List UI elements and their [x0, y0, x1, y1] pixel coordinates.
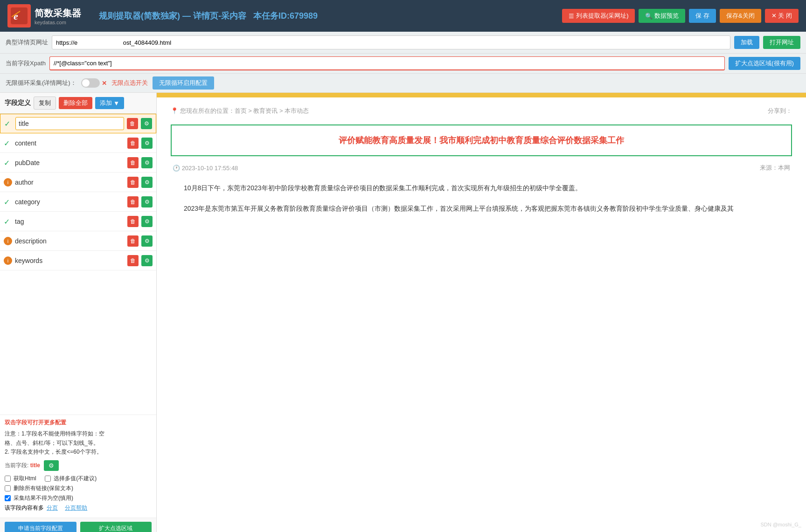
field-item-title[interactable]: ✓ 🗑 ⚙ — [0, 114, 156, 133]
header-title: 规则提取器(简数独家) — 详情页-采内容 本任务ID:679989 — [99, 10, 555, 21]
check-icon-tag: ✓ — [4, 217, 12, 226]
expand-region-button2[interactable]: 扩大点选区域 — [80, 522, 152, 532]
config-field-title-button[interactable]: ⚙ — [141, 118, 152, 129]
loop-label: 无限循环采集(详情网址)： — [6, 79, 76, 87]
share-area: 分享到： — [768, 107, 792, 115]
delete-field-title-button[interactable]: 🗑 — [127, 118, 138, 129]
field-item-category[interactable]: ✓ category 🗑 ⚙ — [0, 192, 156, 212]
expand-region-button[interactable]: 扩大点选区域(很有用) — [729, 57, 800, 70]
info-icon-keywords: i — [4, 256, 12, 265]
field-gear-button[interactable]: ⚙ — [44, 460, 59, 471]
config-field-pubdate-button[interactable]: ⚙ — [141, 157, 153, 168]
copy-button[interactable]: 复制 — [34, 97, 56, 110]
field-name-author: author — [15, 179, 125, 186]
task-id: 本任务ID:679989 — [253, 11, 318, 21]
infinite-select-text[interactable]: 无限点选开关 — [111, 79, 148, 87]
field-item-keywords[interactable]: i keywords 🗑 ⚙ — [0, 251, 156, 270]
checkbox-not-empty-row: 采集结果不得为空(慎用) — [5, 494, 152, 502]
bottom-actions: 申请当前字段配置 扩大点选区域 — [0, 518, 156, 532]
multi-value-checkbox[interactable] — [45, 476, 51, 482]
loop-config-button[interactable]: 无限循环启用配置 — [153, 76, 214, 90]
delete-field-pubdate-button[interactable]: 🗑 — [127, 157, 139, 168]
delete-field-description-button[interactable]: 🗑 — [127, 235, 139, 247]
toggle-x-icon[interactable]: ✕ — [102, 80, 107, 87]
preview-yellow-bar — [157, 93, 806, 97]
delete-field-tag-button[interactable]: 🗑 — [127, 216, 139, 227]
field-name-input-title[interactable] — [15, 117, 124, 130]
watermark: SDN @moshi_G_ — [760, 522, 801, 527]
add-field-button[interactable]: 添加 ▼ — [95, 97, 124, 109]
config-field-tag-button[interactable]: ⚙ — [141, 216, 153, 227]
toggle-knob — [82, 79, 90, 87]
article-date: 🕐 2023-10-10 17:55:48 — [173, 165, 238, 172]
multi-value-label[interactable]: 选择多值(不建议) — [54, 475, 97, 483]
right-panel: 📍 您现在所在的位置：首页 > 教育资讯 > 本市动态 分享到： 评价赋能教育高… — [157, 93, 806, 532]
check-icon: ✓ — [4, 119, 13, 128]
save-close-button[interactable]: 保存&关闭 — [720, 9, 761, 23]
xpath-input[interactable] — [49, 56, 725, 70]
data-preview-button[interactable]: 🔍 数据预览 — [639, 9, 685, 23]
field-name-keywords: keywords — [15, 257, 125, 264]
delete-field-keywords-button[interactable]: 🗑 — [127, 255, 139, 266]
info-icon-author: i — [4, 178, 12, 187]
get-html-label[interactable]: 获取Html — [14, 475, 36, 483]
delete-field-author-button[interactable]: 🗑 — [127, 177, 139, 188]
check-icon-pubdate: ✓ — [4, 159, 12, 167]
config-field-description-button[interactable]: ⚙ — [141, 235, 153, 247]
close-button[interactable]: ✕ 关 闭 — [765, 9, 799, 23]
article-source: 来源：本网 — [760, 164, 790, 172]
get-html-checkbox[interactable] — [5, 476, 11, 482]
toggle-switch[interactable]: ✕ — [81, 78, 107, 88]
logo-main-text: 简数采集器 — [35, 7, 81, 20]
paged-text: 该字段内容有多 — [5, 504, 44, 512]
breadcrumb-row: 📍 您现在所在的位置：首页 > 教育资讯 > 本市动态 分享到： — [171, 107, 792, 115]
list-extractor-button[interactable]: ☰ 列表提取器(采网址) — [562, 9, 635, 23]
config-field-keywords-button[interactable]: ⚙ — [141, 255, 153, 266]
remove-links-checkbox[interactable] — [5, 485, 11, 491]
save-button[interactable]: 保 存 — [689, 9, 716, 23]
check-icon-content: ✓ — [4, 139, 12, 147]
delete-field-content-button[interactable]: 🗑 — [127, 138, 139, 149]
field-name-content: content — [15, 139, 125, 147]
config-field-author-button[interactable]: ⚙ — [141, 177, 153, 188]
location-icon: 📍 — [171, 107, 178, 114]
field-item-pubdate[interactable]: ✓ pubDate 🗑 ⚙ — [0, 153, 156, 173]
header-buttons: ☰ 列表提取器(采网址) 🔍 数据预览 保 存 保存&关闭 ✕ 关 闭 — [562, 9, 799, 23]
xpath-bar: 当前字段Xpath 扩大点选区域(很有用) — [0, 54, 806, 74]
field-item-description[interactable]: i description 🗑 ⚙ — [0, 231, 156, 251]
apply-field-button[interactable]: 申请当前字段配置 — [5, 522, 76, 532]
delete-all-button[interactable]: 删除全部 — [59, 97, 92, 109]
xpath-label: 当前字段Xpath — [6, 59, 46, 68]
logo-icon: e — [7, 4, 31, 28]
field-item-tag[interactable]: ✓ tag 🗑 ⚙ — [0, 212, 156, 231]
load-button[interactable]: 加载 — [734, 36, 759, 49]
logo-text: 简数采集器 keydatas.com — [35, 7, 81, 25]
paged-link[interactable]: 分页 — [47, 504, 58, 512]
config-field-category-button[interactable]: ⚙ — [141, 196, 153, 207]
delete-field-category-button[interactable]: 🗑 — [127, 196, 139, 207]
config-field-content-button[interactable]: ⚙ — [141, 138, 153, 149]
toggle-background[interactable] — [81, 78, 100, 88]
paged-row: 该字段内容有多 分页 分页帮助 — [5, 504, 152, 512]
current-field-label: 当前字段: title — [5, 462, 40, 470]
url-label: 典型详情页网址 — [6, 38, 48, 47]
url-bar: 典型详情页网址 加载 打开网址 — [0, 32, 806, 54]
paged-help-link[interactable]: 分页帮助 — [65, 504, 87, 512]
remove-links-label[interactable]: 删除所有链接(保留文本) — [14, 484, 73, 492]
article-body: 10月8日下午，东莞市2023年初中阶段学校教育质量综合评价项目的数据采集工作顺… — [171, 181, 792, 215]
url-input[interactable] — [52, 35, 730, 49]
field-item-content[interactable]: ✓ content 🗑 ⚙ — [0, 133, 156, 153]
not-empty-label[interactable]: 采集结果不得为空(慎用) — [14, 494, 73, 502]
checkbox-get-html-row: 获取Html 选择多值(不建议) — [5, 475, 152, 483]
loop-bar: 无限循环采集(详情网址)： ✕ 无限点选开关 无限循环启用配置 — [0, 74, 806, 93]
field-name-tag: tag — [15, 218, 125, 225]
checkbox-remove-links-row: 删除所有链接(保留文本) — [5, 484, 152, 492]
article-title: 评价赋能教育高质量发展！我市顺利完成初中教育质量综合评价数据采集工作 — [181, 135, 782, 146]
logo-area: e 简数采集器 keydatas.com — [7, 4, 91, 28]
field-item-author[interactable]: i author 🗑 ⚙ — [0, 173, 156, 192]
open-url-button[interactable]: 打开网址 — [763, 36, 800, 49]
article-meta: 🕐 2023-10-10 17:55:48 来源：本网 — [171, 164, 792, 172]
preview-icon: 🔍 — [645, 13, 653, 20]
logo-sub-text: keydatas.com — [35, 20, 81, 25]
not-empty-checkbox[interactable] — [5, 495, 11, 501]
